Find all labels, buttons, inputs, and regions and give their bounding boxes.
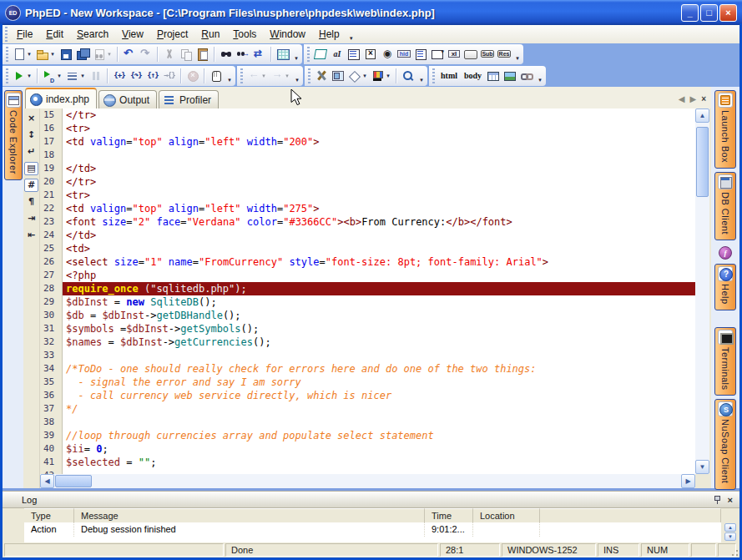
maximize-button[interactable]: □ [700,4,718,22]
log-column-type[interactable]: Type [24,508,74,522]
insert-radio-button[interactable] [379,45,396,63]
horizontal-scroll-thumb[interactable] [55,475,92,487]
replace-button[interactable] [251,45,268,63]
paste-button[interactable] [194,45,211,63]
dropdown-arrow-icon[interactable]: ▾ [106,51,113,58]
dock-tab-db-client[interactable]: DB Client [714,172,736,240]
run-list-button[interactable]: ▾ [64,67,88,85]
dock-tab-help[interactable]: Help [714,264,736,310]
insert-reset-button[interactable]: Res [496,45,512,63]
paragraph-marks-button[interactable]: ¶ [24,195,38,209]
dropdown-arrow-icon[interactable]: ▾ [385,73,391,79]
insert-listbox-button[interactable] [412,45,429,63]
dropdown-arrow-icon[interactable]: ▾ [49,51,56,58]
copy-button[interactable] [178,45,194,63]
toolbar-overflow-button[interactable]: ▾ [292,67,302,85]
insert-combobox-button[interactable] [429,45,446,63]
log-column-location[interactable]: Location [473,508,540,522]
scroll-up-button[interactable]: ▲ [695,108,709,123]
menu-search[interactable]: Search [70,27,115,42]
dock-tab-terminals[interactable]: Terminals [714,327,736,396]
insert-textbox-button[interactable]: xI [446,45,462,63]
save-button[interactable] [58,45,74,63]
line-numbers-button[interactable]: # [24,179,38,192]
step-out-button[interactable]: {↑} [144,67,161,85]
color-scheme-button[interactable]: ▾ [370,67,393,85]
menu-edit[interactable]: Edit [39,27,70,42]
insert-button-button[interactable] [462,45,479,63]
toolbar-overflow-button[interactable]: ▾ [416,67,427,85]
log-mini-scrollbar[interactable]: ▲ ▼ [724,523,736,542]
scroll-tabs-right-button[interactable]: ▶ [689,94,696,103]
word-wrap-button[interactable]: ↵ [24,145,38,159]
tab-index-php[interactable]: index.php [25,88,97,108]
scroll-tabs-left-button[interactable]: ◀ [679,94,685,103]
split-editor-button[interactable]: ↕ [24,129,38,142]
menu-window[interactable]: Window [263,27,312,42]
toolbar-overflow-button[interactable]: ▾ [535,67,545,85]
toolbar-overflow-button[interactable]: ▾ [291,45,301,63]
insert-hidden-field-button[interactable]: hid [396,45,412,63]
insert-form-grid-button[interactable] [346,45,362,63]
dock-tab-code-explorer[interactable]: Code Explorer [4,90,23,180]
run-in-debugger-button[interactable]: ▾ [41,67,64,85]
navigate-forward-button[interactable]: ▾ [269,67,292,85]
settings-button[interactable] [313,67,330,85]
dropdown-arrow-icon[interactable]: ▾ [26,51,33,58]
minimize-button[interactable]: _ [681,4,699,22]
close-log-icon[interactable]: × [728,495,733,505]
insert-html-tag-button[interactable]: html [437,67,461,85]
step-over-button[interactable]: {↷} [128,67,144,85]
close-button[interactable]: × [719,4,737,22]
toolbar-overflow-button[interactable]: ▾ [512,45,522,63]
find-next-button[interactable] [235,45,251,63]
dropdown-arrow-icon[interactable]: ▾ [260,73,267,79]
scroll-down-button[interactable]: ▼ [695,460,709,474]
break-button[interactable] [208,67,225,85]
log-column-time[interactable]: Time [425,508,473,522]
navigate-back-button[interactable]: ▾ [245,67,269,85]
log-row[interactable]: ActionDebug session finished9:01:2... [24,522,721,537]
deploy-button[interactable]: ▾ [346,67,370,85]
insert-checkbox-button[interactable] [362,45,379,63]
zoom-button[interactable] [400,67,416,85]
menu-view[interactable]: View [115,27,150,42]
undo-button[interactable] [121,45,138,63]
close-tab-button[interactable]: × [701,94,706,103]
menu-file[interactable]: File [10,27,39,42]
tab-output[interactable]: Output [98,90,157,108]
stop-button[interactable] [184,67,201,85]
pin-icon[interactable] [714,496,721,504]
menu-run[interactable]: Run [194,27,226,42]
insert-form-button[interactable] [312,45,329,63]
insert-body-tag-button[interactable]: body [461,67,485,85]
dock-tab-launch-box[interactable]: Launch Box [714,90,736,169]
vertical-scrollbar[interactable]: ▲ ▼ [695,108,709,474]
save-all-button[interactable] [74,45,91,63]
dock-tab-php-manual[interactable] [716,244,734,262]
scroll-right-button[interactable]: ▶ [681,474,695,488]
indent-guides-button[interactable]: ⇥ [24,212,38,225]
log-scroll-up-button[interactable]: ▲ [724,523,736,532]
insert-label-button[interactable]: aI [329,45,346,63]
log-column-message[interactable]: Message [74,508,425,522]
menu-help[interactable]: Help [312,27,346,42]
menu-tools[interactable]: Tools [226,27,263,42]
dropdown-arrow-icon[interactable]: ▾ [284,73,290,79]
tab-profiler[interactable]: Profiler [159,90,219,108]
dropdown-arrow-icon[interactable]: ▾ [361,73,368,79]
log-scroll-down-button[interactable]: ▼ [724,532,736,541]
dock-tab-nusoap-client[interactable]: NuSoap Client [714,399,736,489]
redo-button[interactable] [138,45,154,63]
scroll-left-button[interactable]: ◀ [40,474,54,488]
insert-image-button[interactable] [502,67,518,85]
dropdown-arrow-icon[interactable]: ▾ [56,73,63,79]
cut-button[interactable] [161,45,178,63]
menu-project[interactable]: Project [150,27,194,42]
step-into-button[interactable]: {+} [111,67,128,85]
code-editor[interactable]: 15</tr>16<tr>17<td valign="top" align="l… [40,108,695,474]
menu-overflow-button[interactable]: ▾ [346,25,356,43]
find-button[interactable] [218,45,235,63]
find-in-files-button[interactable]: ▾ [91,45,114,63]
outdent-guides-button[interactable]: ⇤ [24,229,38,242]
